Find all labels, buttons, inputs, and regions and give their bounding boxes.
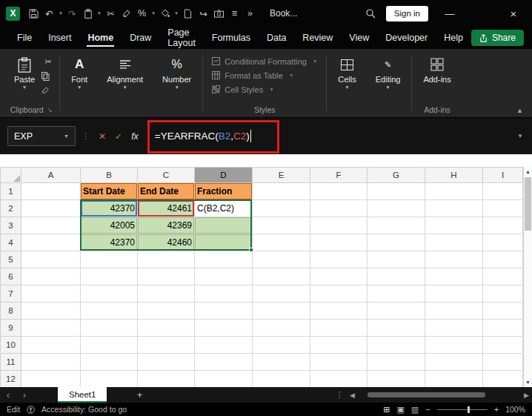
cell-F3[interactable]: [310, 217, 368, 234]
cell-A2[interactable]: [21, 200, 81, 217]
cell-G2[interactable]: [368, 200, 425, 217]
cell-A3[interactable]: [21, 217, 81, 234]
column-header-C[interactable]: C: [138, 168, 195, 183]
save-icon[interactable]: [26, 5, 41, 22]
share-button[interactable]: Share: [471, 30, 524, 46]
row-header-8[interactable]: 8: [1, 303, 21, 320]
cell-I11[interactable]: [483, 354, 523, 371]
undo-icon[interactable]: ↶: [41, 5, 57, 22]
cell-D12[interactable]: [195, 371, 253, 388]
scroll-up-icon[interactable]: ▲: [525, 168, 531, 175]
column-header-A[interactable]: A: [21, 168, 81, 183]
cell-H7[interactable]: [425, 285, 483, 303]
sheet-tab-sheet1[interactable]: Sheet1: [58, 387, 107, 403]
cell-B1[interactable]: Start Date: [81, 183, 138, 200]
page-break-view-icon[interactable]: ▥: [411, 405, 419, 415]
cell-F12[interactable]: [310, 371, 368, 388]
column-header-F[interactable]: F: [310, 168, 368, 183]
cell-E4[interactable]: [253, 234, 310, 251]
cell-B10[interactable]: [81, 337, 138, 354]
cell-D3[interactable]: [195, 217, 253, 234]
cell-A4[interactable]: [21, 234, 81, 251]
cell-F4[interactable]: [310, 234, 368, 251]
row-header-6[interactable]: 6: [1, 268, 21, 285]
cell-I1[interactable]: [483, 183, 523, 200]
cell-B3[interactable]: 42005: [81, 217, 138, 234]
scroll-right-icon[interactable]: ▶: [524, 392, 529, 399]
fill-color-icon[interactable]: [157, 5, 173, 22]
cell-D11[interactable]: [195, 354, 253, 371]
cell-C10[interactable]: [138, 337, 195, 354]
sign-in-button[interactable]: Sign in: [386, 6, 428, 22]
cell-G1[interactable]: [368, 183, 425, 200]
cell-H9[interactable]: [425, 320, 483, 337]
cell-E2[interactable]: [253, 200, 310, 217]
cell-F5[interactable]: [310, 251, 368, 268]
tab-review[interactable]: Review: [294, 27, 341, 49]
cell-B6[interactable]: [81, 268, 138, 285]
font-button[interactable]: A Font ▼: [64, 53, 94, 90]
undo-chevron-icon[interactable]: ▾: [57, 10, 64, 16]
cell-G6[interactable]: [368, 268, 425, 285]
cut-icon[interactable]: ✂: [41, 57, 55, 67]
cell-D10[interactable]: [195, 337, 253, 354]
tab-page-layout[interactable]: Page Layout: [159, 27, 204, 49]
cell-I9[interactable]: [483, 320, 523, 337]
cell-D1[interactable]: Fraction: [195, 183, 253, 200]
row-header-7[interactable]: 7: [1, 285, 21, 303]
format-as-table-button[interactable]: Format as Table ▼: [212, 68, 293, 82]
dialog-launcher-icon[interactable]: ↘: [47, 107, 53, 113]
cell-H10[interactable]: [425, 337, 483, 354]
cell-F10[interactable]: [310, 337, 368, 354]
cell-I12[interactable]: [483, 371, 523, 388]
editing-button[interactable]: ✎ Editing ▼: [369, 53, 408, 90]
cell-B9[interactable]: [81, 320, 138, 337]
fill-color-chevron-icon[interactable]: ▾: [173, 10, 180, 16]
toolbar-overflow-icon[interactable]: »: [242, 5, 258, 22]
cell-I10[interactable]: [483, 337, 523, 354]
column-header-G[interactable]: G: [368, 168, 425, 183]
cell-I8[interactable]: [483, 303, 523, 320]
row-header-1[interactable]: 1: [1, 183, 21, 200]
sheet-nav-right-icon[interactable]: ›: [16, 389, 33, 400]
cell-F2[interactable]: [310, 200, 368, 217]
tab-file[interactable]: File: [9, 27, 40, 49]
expand-formula-bar-icon[interactable]: ▼: [517, 133, 525, 139]
cell-H5[interactable]: [425, 251, 483, 268]
cell-C7[interactable]: [138, 285, 195, 303]
cell-G4[interactable]: [368, 234, 425, 251]
cell-G5[interactable]: [368, 251, 425, 268]
row-header-5[interactable]: 5: [1, 251, 21, 268]
cell-I2[interactable]: [483, 200, 523, 217]
cell-A1[interactable]: [21, 183, 81, 200]
close-button[interactable]: ×: [502, 7, 525, 20]
cell-B2[interactable]: 42370: [81, 200, 138, 217]
enter-icon[interactable]: ✓: [115, 131, 122, 142]
cell-B7[interactable]: [81, 285, 138, 303]
cell-C1[interactable]: End Date: [138, 183, 195, 200]
cell-C4[interactable]: 42460: [138, 234, 195, 251]
tab-developer[interactable]: Developer: [377, 27, 436, 49]
format-painter-icon[interactable]: [119, 5, 134, 22]
tab-draw[interactable]: Draw: [122, 27, 159, 49]
tab-data[interactable]: Data: [259, 27, 294, 49]
select-all-corner[interactable]: [1, 168, 21, 183]
redo-icon[interactable]: ↷: [64, 5, 80, 22]
cell-E10[interactable]: [253, 337, 310, 354]
new-document-icon[interactable]: [180, 5, 196, 22]
percent-chevron-icon[interactable]: ▾: [150, 10, 157, 16]
cell-I5[interactable]: [483, 251, 523, 268]
row-header-4[interactable]: 4: [1, 234, 21, 251]
row-header-2[interactable]: 2: [1, 200, 21, 217]
cell-G10[interactable]: [368, 337, 425, 354]
column-header-D[interactable]: D: [195, 168, 253, 183]
cell-H3[interactable]: [425, 217, 483, 234]
sheet-options-icon[interactable]: ⋮: [332, 390, 347, 400]
cell-styles-button[interactable]: Cell Styles ▼: [212, 82, 273, 96]
row-header-11[interactable]: 11: [1, 354, 21, 371]
hyperlink-icon[interactable]: ↪: [196, 5, 211, 22]
cell-C2[interactable]: 42461: [138, 200, 195, 217]
cells-button[interactable]: Cells ▼: [331, 53, 362, 90]
minimize-button[interactable]: —: [439, 8, 461, 19]
clipboard-icon[interactable]: [80, 5, 96, 22]
